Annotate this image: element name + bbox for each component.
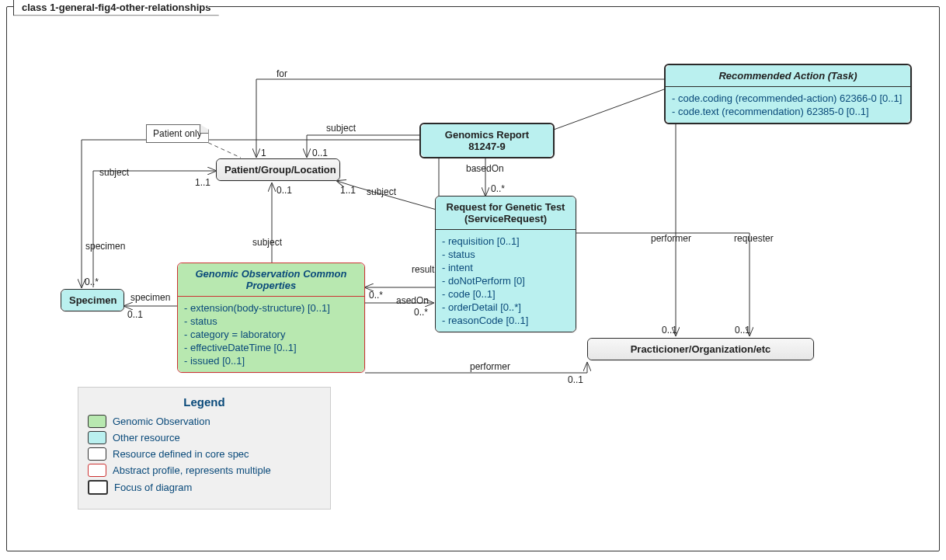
mult: 0..* xyxy=(491,183,505,194)
attr: status xyxy=(184,315,358,328)
legend-title: Legend xyxy=(88,395,321,409)
rel-subject-obs: subject xyxy=(252,237,282,248)
rel-subject-spec: subject xyxy=(99,167,129,178)
attr: intent xyxy=(442,261,569,274)
title-line: (ServiceRequest) xyxy=(464,213,547,224)
class-title: Practicioner/Organization/etc xyxy=(588,339,813,360)
class-genomic-observation: Genomic Observation Common Properties ex… xyxy=(177,263,365,373)
legend-label: Genomic Observation xyxy=(113,416,210,427)
title-line: Properties xyxy=(246,280,296,291)
rel-performer-obs: performer xyxy=(470,361,510,372)
legend: Legend Genomic Observation Other resourc… xyxy=(78,387,331,510)
class-body: extension(body-structure) [0..1] status … xyxy=(178,297,364,372)
rel-specimen-gr: specimen xyxy=(85,241,125,252)
mult: 0..* xyxy=(369,290,383,301)
swatch-cyan xyxy=(88,431,106,444)
class-body: requisition [0..1] status intent doNotPe… xyxy=(436,230,576,332)
attr: effectiveDateTime [0..1] xyxy=(184,341,358,354)
attr: reasonCode [0..1] xyxy=(442,314,569,327)
rel-basedOn: basedOn xyxy=(466,163,504,174)
rel-asedOn: asedOn xyxy=(396,295,429,306)
title-line: Genomic Observation Common xyxy=(195,268,346,280)
attr: code [0..1] xyxy=(442,287,569,301)
legend-label: Other resource xyxy=(113,432,180,443)
class-service-request: Request for Genetic Test (ServiceRequest… xyxy=(435,196,576,332)
attr: category = laboratory xyxy=(184,328,358,341)
mult: 1..1 xyxy=(340,185,356,196)
class-title: Genomics Report 81247-9 xyxy=(421,124,553,157)
class-title: Patient/Group/Location xyxy=(217,159,339,180)
rel-for: for xyxy=(276,68,287,79)
legend-row: Focus of diagram xyxy=(88,480,321,495)
attr: extension(body-structure) [0..1] xyxy=(184,301,358,315)
mult: 0..* xyxy=(85,277,99,287)
class-specimen: Specimen xyxy=(61,289,124,311)
attr: orderDetail [0..*] xyxy=(442,301,569,314)
attr: code.text (recommendation) 62385-0 [0..1… xyxy=(672,105,904,118)
mult: 1..1 xyxy=(195,177,210,188)
title-line: Request for Genetic Test xyxy=(447,201,565,213)
note-patient-only: Patient only xyxy=(146,124,209,143)
legend-row: Abstract profile, represents multiple xyxy=(88,464,321,477)
attr: doNotPerform [0] xyxy=(442,274,569,287)
rel-result: result xyxy=(412,264,434,275)
rel-specimen-obs: specimen xyxy=(130,292,170,303)
rel-subject-gr: subject xyxy=(326,123,356,134)
mult: 0..1 xyxy=(276,185,292,196)
diagram-canvas: class 1-general-fig4-other-relationships xyxy=(0,0,946,560)
swatch-red xyxy=(88,464,106,477)
attr: code.coding (recommended-action) 62366-0… xyxy=(672,92,904,105)
mult: 1 xyxy=(261,148,266,158)
class-body: code.coding (recommended-action) 62366-0… xyxy=(666,87,910,123)
legend-row: Other resource xyxy=(88,431,321,444)
mult: 0..1 xyxy=(312,148,328,158)
class-practitioner: Practicioner/Organization/etc xyxy=(587,338,814,360)
class-recommended-action: Recommended Action (Task) code.coding (r… xyxy=(664,64,912,124)
mult: 0..1 xyxy=(127,309,143,320)
legend-label: Focus of diagram xyxy=(114,482,192,493)
mult: 0..1 xyxy=(735,325,750,336)
mult: 0..1 xyxy=(662,325,677,336)
legend-row: Genomic Observation xyxy=(88,415,321,428)
class-patient-group-location: Patient/Group/Location xyxy=(216,158,340,181)
class-title: Recommended Action (Task) xyxy=(666,65,910,87)
rel-subject-sr: subject xyxy=(367,186,396,197)
mult: 0..1 xyxy=(568,374,583,385)
frame-title: class 1-general-fig4-other-relationships xyxy=(13,0,219,16)
legend-label: Resource defined in core spec xyxy=(113,448,249,460)
class-title: Request for Genetic Test (ServiceRequest… xyxy=(436,197,576,230)
rel-requester: requester xyxy=(734,233,774,244)
class-title: Specimen xyxy=(61,290,123,311)
attr: status xyxy=(442,248,569,261)
legend-row: Resource defined in core spec xyxy=(88,447,321,461)
legend-label: Abstract profile, represents multiple xyxy=(113,464,271,476)
class-title: Genomic Observation Common Properties xyxy=(178,263,364,297)
swatch-green xyxy=(88,415,106,428)
swatch-white xyxy=(88,447,106,461)
attr: requisition [0..1] xyxy=(442,235,569,248)
mult: 0..* xyxy=(414,307,428,318)
swatch-thick xyxy=(88,480,108,495)
rel-performer-task: performer xyxy=(651,233,691,244)
attr: issued [0..1] xyxy=(184,354,358,367)
class-genomics-report: Genomics Report 81247-9 xyxy=(419,123,555,158)
